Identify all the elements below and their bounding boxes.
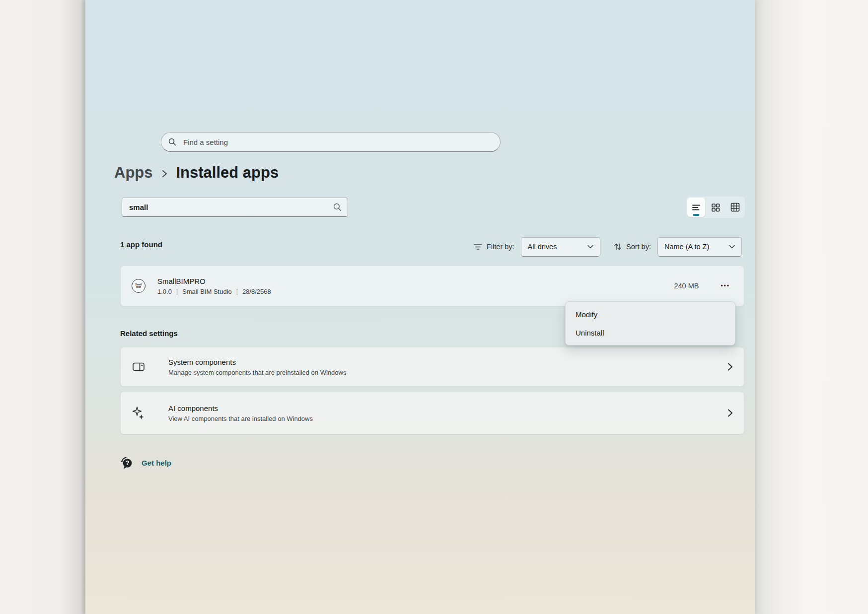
find-setting-input[interactable] [182, 137, 493, 147]
app-install-date: 28/8/2568 [242, 288, 271, 295]
card-title: AI components [168, 404, 727, 412]
context-menu: Modify Uninstall [565, 301, 735, 345]
svg-text:?: ? [126, 460, 130, 467]
separator: | [236, 288, 238, 295]
card-description: Manage system components that are preins… [168, 369, 727, 376]
app-size: 240 MB [674, 282, 699, 290]
search-icon [333, 203, 342, 211]
sort-dropdown-value: Name (A to Z) [664, 243, 709, 251]
more-options-button[interactable]: ••• [719, 279, 732, 292]
ai-components-card[interactable]: AI components View AI components that ar… [120, 392, 744, 434]
get-help-label: Get help [142, 459, 171, 467]
app-list-search [122, 198, 348, 217]
breadcrumb-chevron-icon [161, 167, 168, 179]
filter-icon [474, 243, 482, 251]
chevron-down-icon [729, 245, 735, 249]
sort-icon [614, 243, 622, 251]
menu-item-modify[interactable]: Modify [566, 305, 735, 324]
filter-dropdown[interactable]: All drives [521, 237, 600, 257]
breadcrumb: Apps Installed apps [114, 164, 279, 182]
search-icon [168, 138, 176, 146]
sort-group: Sort by: Name (A to Z) [614, 237, 742, 257]
page-title: Installed apps [176, 164, 279, 182]
results-count: 1 app found [120, 240, 162, 249]
system-components-icon [132, 361, 145, 373]
app-publisher: Small BIM Studio [182, 288, 232, 295]
filter-group: Filter by: All drives [474, 237, 600, 257]
view-grid-button[interactable] [707, 198, 724, 217]
app-icon: Small BIM [132, 279, 145, 293]
find-setting-search [161, 132, 501, 152]
list-view-icon [692, 203, 701, 212]
app-details: 1.0.0 | Small BIM Studio | 28/8/2568 [157, 288, 674, 295]
view-list-button[interactable] [687, 198, 705, 217]
view-toggle [686, 197, 745, 218]
settings-window: Apps Installed apps [85, 0, 755, 614]
chevron-right-icon [727, 409, 733, 417]
app-version: 1.0.0 [157, 288, 172, 295]
filter-label: Filter by: [487, 243, 514, 251]
related-settings-heading: Related settings [120, 329, 178, 338]
help-icon: ? [120, 456, 133, 470]
sort-label: Sort by: [626, 243, 651, 251]
chevron-down-icon [587, 245, 593, 249]
view-table-button[interactable] [726, 198, 744, 217]
card-description: View AI components that are installed on… [168, 415, 727, 422]
breadcrumb-apps-link[interactable]: Apps [114, 164, 153, 182]
system-components-card[interactable]: System components Manage system componen… [120, 347, 744, 387]
card-meta: AI components View AI components that ar… [168, 404, 727, 422]
filter-dropdown-value: All drives [528, 243, 557, 251]
grid-view-icon [711, 203, 720, 212]
photo-margin-right [755, 0, 868, 614]
sort-dropdown[interactable]: Name (A to Z) [657, 237, 742, 257]
selected-view-indicator [693, 214, 700, 216]
separator: | [176, 288, 178, 295]
table-view-icon [730, 203, 740, 212]
photo-margin-left [0, 0, 85, 614]
menu-item-uninstall[interactable]: Uninstall [566, 324, 735, 342]
app-list-search-input[interactable] [128, 203, 333, 212]
sparkles-icon [132, 406, 145, 420]
card-title: System components [168, 358, 727, 366]
app-icon-text: Small BIM [134, 283, 143, 289]
app-name: SmallBIMPRO [157, 277, 674, 285]
app-meta: SmallBIMPRO 1.0.0 | Small BIM Studio | 2… [157, 277, 674, 295]
card-meta: System components Manage system componen… [168, 358, 727, 376]
app-row: Small BIM SmallBIMPRO 1.0.0 | Small BIM … [120, 266, 744, 306]
get-help-link[interactable]: ? Get help [120, 456, 171, 470]
chevron-right-icon [727, 362, 733, 371]
